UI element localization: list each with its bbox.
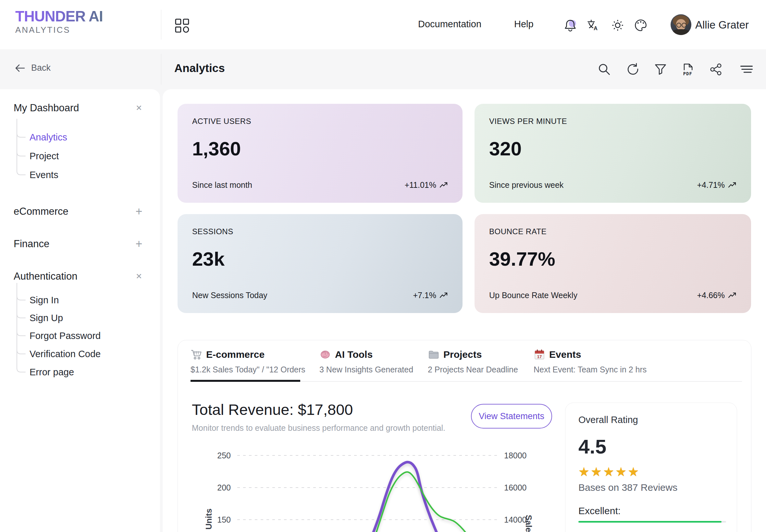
stat-card-views-per-minute: VIEWS PER MINUTE 320 Since previous week…	[475, 104, 751, 203]
stat-card-sessions: SESSIONS 23k New Sessions Today +7.1%	[177, 214, 463, 313]
header-divider	[161, 10, 161, 40]
stat-label: SESSIONS	[192, 227, 448, 236]
stat-caption: Up Bounce Rate Weekly	[489, 291, 578, 300]
sidebar-item-error-page[interactable]: Error page	[30, 364, 74, 381]
sidebar-section-finance[interactable]: Finance	[14, 236, 49, 252]
search-icon[interactable]	[597, 62, 612, 77]
brain-icon	[319, 349, 331, 360]
rating-caption: Bases on 387 Reviews	[578, 482, 724, 493]
tab-label: Projects	[444, 349, 482, 360]
user-name[interactable]: Allie Grater	[695, 19, 749, 31]
close-icon[interactable]: ✕	[132, 272, 145, 281]
share-icon[interactable]	[709, 62, 723, 77]
tab-caption: Next Event: Team Sync in 2 hrs	[534, 365, 647, 374]
trend-up-icon	[440, 292, 448, 299]
tab-projects[interactable]: Projects 2 Projects Near Deadline	[428, 349, 518, 374]
star-rating: ★★★★★	[578, 465, 724, 479]
brightness-icon[interactable]	[611, 18, 625, 32]
rating-progress-track	[578, 521, 726, 523]
logo-subtitle: ANALYTICS	[15, 25, 105, 35]
tab-ecommerce[interactable]: E-commerce $1.2k Sales Today" / "12 Orde…	[190, 349, 305, 374]
export-pdf-icon[interactable]: PDF	[681, 62, 695, 77]
apps-grid-icon[interactable]	[175, 18, 189, 33]
stat-delta: +4.71%	[697, 180, 737, 190]
stat-value: 23k	[192, 248, 448, 270]
folder-icon	[428, 349, 440, 360]
back-button[interactable]: Back	[14, 63, 51, 73]
svg-text:150: 150	[217, 515, 231, 524]
toolbar-divider	[161, 54, 161, 85]
sidebar-section-my-dashboard[interactable]: My Dashboard	[14, 100, 79, 116]
sidebar-section-ecommerce[interactable]: eCommerce	[14, 204, 68, 219]
add-icon[interactable]: +	[132, 237, 145, 251]
sidebar-item-sign-in[interactable]: Sign In	[30, 292, 59, 308]
overview-panel: E-commerce $1.2k Sales Today" / "12 Orde…	[177, 340, 751, 532]
svg-text:17: 17	[537, 354, 542, 359]
avatar-shoulders	[672, 29, 690, 35]
stat-delta: +7.1%	[413, 291, 448, 300]
svg-text:200: 200	[217, 483, 231, 492]
add-icon[interactable]: +	[132, 205, 145, 218]
revenue-title: Total Revenue: $17,800	[192, 401, 353, 418]
sidebar-item-forgot-password[interactable]: Forgot Password	[30, 327, 101, 344]
sidebar-section-authentication[interactable]: Authentication	[14, 269, 77, 284]
translate-icon[interactable]: A	[586, 18, 601, 32]
avatar-glasses	[676, 23, 681, 28]
svg-text:A: A	[594, 25, 598, 31]
sidebar-item-analytics[interactable]: Analytics	[30, 129, 67, 146]
nav-documentation[interactable]: Documentation	[418, 19, 481, 30]
sidebar: My Dashboard ✕ Analytics Project Events …	[0, 89, 160, 532]
app-logo: THUNDER AI ANALYTICS	[15, 8, 105, 35]
trend-up-icon	[728, 292, 736, 299]
content-area: My Dashboard ✕ Analytics Project Events …	[0, 89, 766, 532]
stat-label: VIEWS PER MINUTE	[489, 117, 736, 126]
bell-icon[interactable]	[563, 18, 578, 32]
svg-text:16000: 16000	[504, 483, 527, 492]
palette-icon[interactable]	[634, 18, 648, 32]
tab-events[interactable]: 17 Events Next Event: Team Sync in 2 hrs	[534, 349, 647, 374]
nav-help[interactable]: Help	[514, 19, 534, 30]
overall-rating-card: Overall Rating 4.5 ★★★★★ Bases on 387 Re…	[565, 403, 737, 532]
svg-text:18000: 18000	[504, 451, 527, 460]
back-arrow-icon	[14, 63, 26, 73]
stat-label: BOUNCE RATE	[489, 227, 736, 236]
calendar-icon: 17	[534, 349, 545, 360]
section-label: Finance	[14, 238, 49, 250]
revenue-subtitle: Monitor trends to evaluate business perf…	[192, 423, 445, 433]
sidebar-item-sign-up[interactable]: Sign Up	[30, 309, 63, 326]
chart-right-axis-label: Sale	[524, 515, 534, 532]
stat-caption: Since last month	[192, 180, 252, 190]
refresh-icon[interactable]	[625, 62, 639, 77]
section-label: My Dashboard	[14, 102, 79, 114]
stat-delta: +11.01%	[405, 180, 448, 190]
active-tab-indicator	[190, 380, 300, 382]
sales-line-green	[375, 472, 468, 532]
sidebar-item-verification-code[interactable]: Verification Code	[30, 345, 101, 362]
stat-card-active-users: ACTIVE USERS 1,360 Since last month +11.…	[177, 104, 463, 203]
close-icon[interactable]: ✕	[132, 103, 145, 113]
stat-value: 1,360	[192, 138, 448, 160]
section-label: Authentication	[14, 271, 77, 282]
trend-up-icon	[728, 182, 736, 188]
rating-metric-label: Excellent:	[578, 505, 724, 516]
menu-icon[interactable]	[739, 62, 754, 77]
logo-title: THUNDER AI	[15, 8, 103, 24]
top-header: THUNDER AI ANALYTICS Documentation Help	[0, 0, 766, 49]
main-panel: ACTIVE USERS 1,360 Since last month +11.…	[163, 89, 766, 532]
sidebar-item-events[interactable]: Events	[30, 166, 58, 183]
svg-text:250: 250	[217, 451, 231, 460]
view-statements-button[interactable]: View Statements	[471, 404, 552, 429]
rating-title: Overall Rating	[578, 415, 724, 425]
page-toolbar: Back Analytics PDF	[0, 49, 766, 89]
tab-label: Events	[549, 349, 581, 360]
section-label: eCommerce	[14, 206, 68, 217]
filter-icon[interactable]	[653, 62, 668, 77]
svg-text:PDF: PDF	[683, 71, 692, 76]
avatar-glasses	[682, 23, 687, 28]
tab-ai-tools[interactable]: AI Tools 3 New Insights Generated	[319, 349, 413, 374]
avatar[interactable]	[671, 14, 691, 35]
stat-value: 39.77%	[489, 248, 736, 270]
sidebar-item-project[interactable]: Project	[30, 148, 59, 164]
tab-label: AI Tools	[335, 349, 372, 360]
stat-label: ACTIVE USERS	[192, 117, 448, 126]
